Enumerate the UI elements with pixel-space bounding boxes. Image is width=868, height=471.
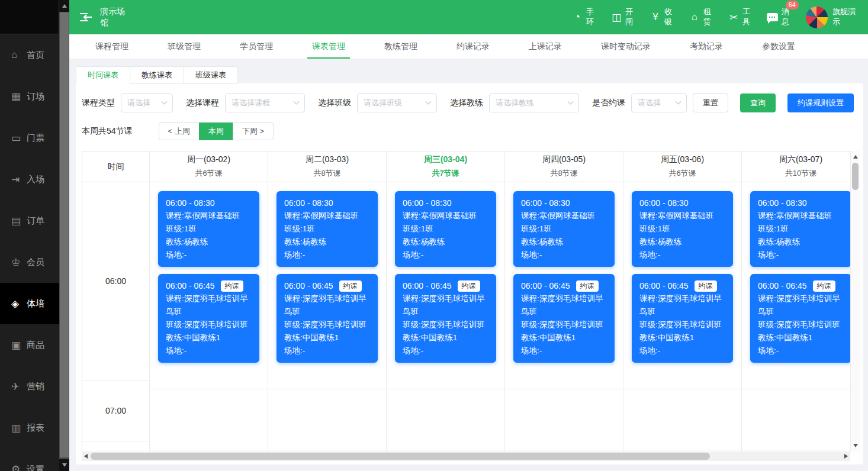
sidebar-item-settings[interactable]: ⚙ 设置 xyxy=(0,449,59,471)
day-header: 周五(03-06) 共6节课 xyxy=(623,151,741,182)
tools-button[interactable]: ✂ 工具 xyxy=(728,7,751,27)
day-column-wednesday-today: 周三(03-04) 共7节课 06:00 - 08:30 课程:寒假网球基础班 … xyxy=(387,151,505,451)
schedule-vertical-scrollbar[interactable] xyxy=(850,151,860,451)
booking-select[interactable]: 请选择 xyxy=(631,93,687,112)
current-week-button[interactable]: 本周 xyxy=(199,122,233,140)
schedule-horizontal-scrollbar[interactable] xyxy=(82,451,850,461)
training-icon: ◈ xyxy=(11,298,27,310)
sidebar-item-label: 营销 xyxy=(27,381,44,392)
course-card[interactable]: 06:00 - 08:30 课程:寒假网球基础班 班级:1班 教练:杨教练 场地… xyxy=(395,191,496,267)
day-header: 周六(03-07) 共10节课 xyxy=(742,151,850,182)
course-card[interactable]: 06:00 - 08:30 课程:寒假网球基础班 班级:1班 教练:杨教练 场地… xyxy=(158,191,259,267)
court-booking-icon: ▦ xyxy=(11,91,27,103)
booking-course-card[interactable]: 06:00 - 06:45 约课 课程:深度羽毛球培训早鸟班 班级:深度羽毛球培… xyxy=(277,274,378,363)
sidebar-item-venue-booking[interactable]: ▦ 订场 xyxy=(0,76,59,117)
booking-filter-label: 是否约课 xyxy=(592,98,625,108)
tab-course-management[interactable]: 课程管理 xyxy=(91,34,133,59)
app-header: 演示场馆 ◔ 手环 ◫ 开闸 ¥ 收银 ⌂ 租赁 ✂ 工具 消息 64 旗舰演示 xyxy=(69,0,868,34)
messages-button[interactable]: 消息 64 xyxy=(767,7,790,27)
scroll-up-icon[interactable] xyxy=(59,0,69,12)
time-column: 时间 06:00 07:00 xyxy=(82,151,150,451)
tab-parameter-settings[interactable]: 参数设置 xyxy=(757,34,800,59)
tab-lesson-records[interactable]: 上课记录 xyxy=(524,34,567,59)
booking-rule-settings-button[interactable]: 约课规则设置 xyxy=(787,93,854,112)
scroll-left-icon[interactable] xyxy=(82,451,90,461)
tab-coach-schedule[interactable]: 教练课表 xyxy=(130,66,184,84)
booking-badge: 约课 xyxy=(458,280,480,292)
course-card[interactable]: 06:00 - 08:30 课程:寒假网球基础班 班级:1班 教练:杨教练 场地… xyxy=(750,191,850,267)
search-button[interactable]: 查询 xyxy=(740,93,776,112)
scroll-right-icon[interactable] xyxy=(842,451,850,461)
day-header: 周一(03-02) 共6节课 xyxy=(150,151,268,182)
week-summary: 本周共54节课 xyxy=(82,126,133,137)
time-slot-label: 06:00 xyxy=(82,182,149,380)
day-header: 周四(03-05) 共8节课 xyxy=(505,151,623,182)
course-card[interactable]: 06:00 - 08:30 课程:寒假网球基础班 班级:1班 教练:杨教练 场地… xyxy=(277,191,378,267)
wristband-icon: ◔ xyxy=(571,11,583,23)
booking-badge: 约课 xyxy=(695,280,717,292)
sidebar-item-reports[interactable]: ▥ 报表 xyxy=(0,407,59,449)
menu-fold-icon[interactable] xyxy=(79,11,93,23)
settings-icon: ⚙ xyxy=(11,463,27,471)
tab-class-schedule[interactable]: 班级课表 xyxy=(184,66,238,84)
booking-course-card[interactable]: 06:00 - 06:45 约课 课程:深度羽毛球培训早鸟班 班级:深度羽毛球培… xyxy=(395,274,496,363)
tab-hour-change-records[interactable]: 课时变动记录 xyxy=(596,34,655,59)
prev-week-button[interactable]: < 上周 xyxy=(159,122,200,140)
week-navigation: 本周共54节课 < 上周 本周 下周 > xyxy=(82,122,274,140)
sidebar-scrollbar-thumb[interactable] xyxy=(60,12,69,457)
sidebar-item-members[interactable]: ♔ 会员 xyxy=(0,241,59,283)
tab-schedule-management[interactable]: 课表管理 xyxy=(307,34,350,59)
scroll-down-icon[interactable] xyxy=(851,441,860,450)
sidebar-item-label: 门票 xyxy=(27,133,44,144)
vertical-scrollbar-thumb[interactable] xyxy=(852,163,859,190)
sidebar-item-entry[interactable]: ⇥ 入场 xyxy=(0,159,59,200)
venue-name: 演示场馆 xyxy=(100,6,130,28)
sidebar-item-label: 入场 xyxy=(27,174,44,185)
scroll-down-icon[interactable] xyxy=(59,459,69,471)
schedule-panel: 课程类型 请选择 选择课程 请选择课程 选择班级 请选择班级 选择教练 请选择教… xyxy=(76,83,863,464)
entry-icon: ⇥ xyxy=(11,173,27,186)
horizontal-scrollbar-thumb[interactable] xyxy=(91,453,710,460)
day-column-thursday: 周四(03-05) 共8节课 06:00 - 08:30 课程:寒假网球基础班 … xyxy=(505,151,623,451)
course-select[interactable]: 请选择课程 xyxy=(225,93,305,112)
header-actions: ◔ 手环 ◫ 开闸 ¥ 收银 ⌂ 租赁 ✂ 工具 消息 64 旗舰演示 xyxy=(571,7,868,28)
day-column-saturday: 周六(03-07) 共10节课 06:00 - 08:30 课程:寒假网球基础班… xyxy=(742,151,850,451)
time-header: 时间 xyxy=(82,151,149,182)
sidebar-item-label: 订单 xyxy=(27,215,44,227)
rental-button[interactable]: ⌂ 租赁 xyxy=(689,7,712,27)
tab-coach-management[interactable]: 教练管理 xyxy=(380,34,422,59)
tab-time-schedule[interactable]: 时间课表 xyxy=(76,66,130,84)
booking-course-card[interactable]: 06:00 - 06:45 约课 课程:深度羽毛球培训早鸟班 班级:深度羽毛球培… xyxy=(158,274,259,363)
schedule-grid: 时间 06:00 07:00 周一(03-02) 共6节课 06:00 - 08… xyxy=(82,151,850,451)
tab-booking-records[interactable]: 约课记录 xyxy=(452,34,494,59)
sidebar-scrollbar[interactable] xyxy=(59,0,69,471)
cashier-button[interactable]: ¥ 收银 xyxy=(650,7,673,27)
course-type-select[interactable]: 请选择 xyxy=(121,93,173,112)
message-count-badge: 64 xyxy=(786,1,799,9)
scroll-up-icon[interactable] xyxy=(851,152,860,162)
sidebar-item-goods[interactable]: ▣ 商品 xyxy=(0,324,59,366)
day-header: 周二(03-03) 共8节课 xyxy=(268,151,386,182)
reset-button[interactable]: 重置 xyxy=(693,93,728,112)
sidebar-item-tickets[interactable]: ▭ 门票 xyxy=(0,117,59,159)
coach-select[interactable]: 请选择教练 xyxy=(489,93,579,112)
sidebar-item-home[interactable]: ⌂ 首页 xyxy=(0,34,59,76)
booking-course-card[interactable]: 06:00 - 06:45 约课 课程:深度羽毛球培训早鸟班 班级:深度羽毛球培… xyxy=(750,274,850,363)
booking-course-card[interactable]: 06:00 - 06:45 约课 课程:深度羽毛球培训早鸟班 班级:深度羽毛球培… xyxy=(632,274,733,363)
user-name[interactable]: 旗舰演示 xyxy=(832,7,860,27)
next-week-button[interactable]: 下周 > xyxy=(233,122,274,140)
rental-icon: ⌂ xyxy=(689,11,700,23)
tab-class-management[interactable]: 班级管理 xyxy=(163,34,205,59)
tab-student-management[interactable]: 学员管理 xyxy=(235,34,278,59)
wristband-button[interactable]: ◔ 手环 xyxy=(571,7,595,27)
tab-attendance-records[interactable]: 考勤记录 xyxy=(685,34,728,59)
booking-course-card[interactable]: 06:00 - 06:45 约课 课程:深度羽毛球培训早鸟班 班级:深度羽毛球培… xyxy=(513,274,615,363)
gate-open-button[interactable]: ◫ 开闸 xyxy=(610,7,634,27)
avatar[interactable] xyxy=(806,7,828,28)
sidebar-item-orders[interactable]: ▤ 订单 xyxy=(0,200,59,241)
course-card[interactable]: 06:00 - 08:30 课程:寒假网球基础班 班级:1班 教练:杨教练 场地… xyxy=(632,191,733,267)
sidebar-item-marketing[interactable]: ✈ 营销 xyxy=(0,366,59,407)
class-select[interactable]: 请选择班级 xyxy=(357,93,437,112)
sidebar-item-sports-training[interactable]: ◈ 体培 xyxy=(0,283,59,324)
course-card[interactable]: 06:00 - 08:30 课程:寒假网球基础班 班级:1班 教练:杨教练 场地… xyxy=(513,191,615,267)
